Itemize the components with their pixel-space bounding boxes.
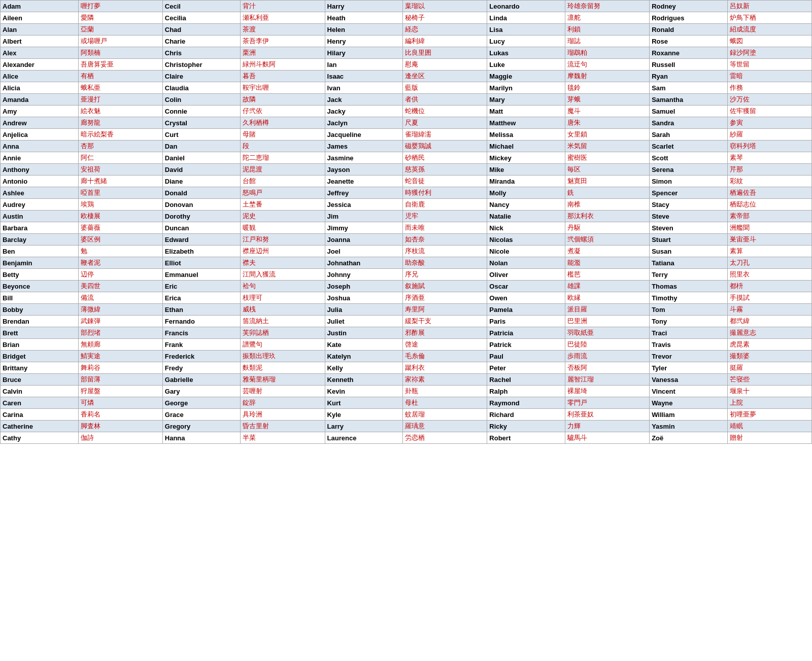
name-zh: 作務 [727,82,811,94]
table-row: Barclay婆区例Edward江戸和努Joanna如杏奈Nicolas弐個螺須… [1,234,812,246]
name-en: Laurence [325,432,403,444]
name-en: Nick [487,222,565,234]
name-en: Benjamin [1,257,79,269]
name-en: Aileen [1,12,79,24]
name-zh: 啓途 [403,339,487,351]
table-row: Alicia蛾私亜Claudia鞍宇出喱Ivan藍版Marilyn毯鈴Sam作務 [1,82,812,94]
name-en: Joanna [325,234,403,246]
name-zh: 有栖 [78,71,162,82]
table-row: Bridget鯖実途Frederick振類出理玖Katelyn毛糸倫Paul歩雨… [1,351,812,362]
name-zh: 紹成流度 [727,24,811,36]
name-zh: 逢坐区 [403,71,487,82]
name-zh: 紗羅 [727,129,811,141]
table-row: Annie阿仁Daniel陀二恵瑠Jasmine砂栖民Mickey蜜樹医Scot… [1,152,812,164]
name-zh: 暖観 [241,222,325,234]
name-en: Erica [162,292,241,304]
name-en: Owen [487,292,565,304]
name-en: Joshua [325,292,403,304]
name-en: Ethan [162,304,241,316]
name-zh: 経恋 [403,24,487,36]
name-en: Raymond [487,397,565,409]
name-zh: 児牢 [403,211,487,222]
name-zh: 緩梨干支 [403,316,487,327]
name-en: Brian [1,339,79,351]
name-en: Carina [1,409,79,421]
name-en: Charie [162,36,241,47]
name-zh: 江間入獲流 [241,269,325,281]
name-zh: 撮類婆 [727,351,811,362]
name-zh: 茶吾李伊 [241,36,325,47]
name-zh: 安祖荷 [78,164,162,176]
name-zh: 備流 [78,292,162,304]
name-zh: 狩屋盤 [78,386,162,397]
name-zh: 丹駆 [565,222,649,234]
name-en: Paris [487,316,565,327]
name-zh: 尺夏 [403,117,487,129]
table-row: Carina香莉名Grace具玲洲Kyle蚊居瑠Richard利茶亜奴Willi… [1,409,812,421]
name-zh: 沙万佐 [727,94,811,106]
name-en: Spencer [650,187,728,199]
name-en: Jeanette [325,176,403,187]
name-zh: 脚査林 [78,421,162,432]
name-en: Donald [162,187,241,199]
name-en: Brett [1,327,79,339]
name-zh: 流迂句 [565,59,649,71]
name-en: George [162,397,241,409]
name-en: Jim [325,211,403,222]
name-zh: 唐朱 [565,117,649,129]
name-zh: 素帝部 [727,211,811,222]
name-en: Barclay [1,234,79,246]
name-zh: 芙卯誌栖 [241,327,325,339]
name-zh: 仔弐依 [241,106,325,117]
name-en: Tony [650,316,728,327]
table-row: Ashlee啞首里Donald怒鳴戸Jeffrey時獲付利Molly銑Spenc… [1,187,812,199]
name-zh: 派目羅 [565,304,649,316]
name-zh: 能濫 [565,257,649,269]
table-row: Brendan武錬弾Fernando笛流納土Juliet緩梨干支Paris巴里洲… [1,316,812,327]
name-zh: 巣宙亜斗 [727,234,811,246]
name-zh: 煮凝 [565,246,649,257]
name-en: Francis [162,327,241,339]
name-en: Crystal [162,117,241,129]
name-zh: 驢馬斗 [565,432,649,444]
name-zh: 愛隣 [78,12,162,24]
name-zh: 襟座辺州 [241,246,325,257]
name-en: Rodrigues [650,12,728,24]
name-en: Ian [325,59,403,71]
name-zh: 自衛鹿 [403,199,487,211]
name-zh: 贈射 [727,432,811,444]
name-zh: 照里衣 [727,269,811,281]
name-zh: 栗洲 [241,47,325,59]
name-zh: 段 [241,141,325,152]
name-zh: 亜漫打 [78,94,162,106]
name-en: Rose [650,36,728,47]
name-zh: 薄微緯 [78,304,162,316]
name-en: Dorothy [162,211,241,222]
name-en: Nicole [487,246,565,257]
name-en: Cecilia [162,12,241,24]
table-row: Bill備流Erica枝理可Joshua序酒亜Owen欧縁Timothy手摸試 [1,292,812,304]
name-en: Harry [325,1,403,12]
name-zh: 勉 [78,246,162,257]
name-en: Caren [1,397,79,409]
name-zh: 枝理可 [241,292,325,304]
name-en: Matt [487,106,565,117]
name-zh: 者供 [403,94,487,106]
name-en: Anna [1,141,79,152]
name-en: Nancy [487,199,565,211]
name-zh: 陀二恵瑠 [241,152,325,164]
name-zh: 武錬弾 [78,316,162,327]
name-zh: 雷暗 [727,71,811,82]
name-en: Cecil [162,1,241,12]
table-row: Austin欧棲展Dorothy泥史Jim児牢Natalie那汰利衣Steve素… [1,211,812,222]
name-zh: 緑州斗麩阿 [241,59,325,71]
name-zh: 檻芭 [565,269,649,281]
name-en: Claudia [162,82,241,94]
name-zh: 堰泉十 [727,386,811,397]
name-en: Richard [487,409,565,421]
name-zh: 叙施賦 [403,281,487,292]
name-en: Gregory [162,421,241,432]
table-row: Cathy伽詩Hanna半菜Laurence労恋栖Robert驢馬斗Zoë贈射 [1,432,812,444]
name-en: Alexander [1,59,79,71]
name-zh: 威桟 [241,304,325,316]
